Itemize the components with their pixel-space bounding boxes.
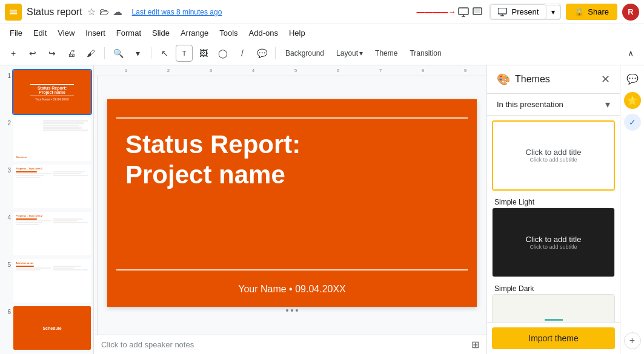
cloud-icon[interactable]: ☁ bbox=[113, 6, 122, 18]
menu-format[interactable]: Format bbox=[111, 27, 146, 39]
theme-preview-dark: Click to add title Click to add subtitle bbox=[493, 208, 614, 277]
toolbar-shapes-btn[interactable]: ◯ bbox=[214, 45, 231, 62]
present-dropdown-button[interactable]: ▾ bbox=[546, 5, 560, 19]
slide-num-2: 2 bbox=[2, 117, 11, 126]
star-icon[interactable]: ☆ bbox=[87, 6, 96, 18]
slide-img-6: Schedule bbox=[13, 306, 91, 350]
slide-img-3: Progress - Topic area 1 bbox=[13, 165, 91, 208]
theme-dark-subtitle: Click to add subtitle bbox=[529, 244, 577, 250]
slide-num-1: 1 bbox=[2, 70, 11, 79]
svg-rect-1 bbox=[10, 10, 17, 11]
menu-slide[interactable]: Slide bbox=[147, 27, 174, 39]
desktop-icon bbox=[473, 7, 485, 17]
toolbar-zoom-btn[interactable]: 🔍 bbox=[110, 45, 127, 62]
slide-line-bottom bbox=[116, 269, 468, 270]
theme-card-simple-dark[interactable]: Click to add title Click to add subtitle bbox=[492, 208, 615, 277]
streamline-accent bbox=[545, 319, 563, 321]
main-content: 1 Status Report:Project name Your Name •… bbox=[0, 65, 644, 354]
slide-thumb-2[interactable]: 2 Overview bbox=[2, 117, 91, 161]
svg-rect-9 bbox=[498, 8, 506, 14]
toolbar-image-btn[interactable]: 🖼 bbox=[195, 45, 212, 62]
toolbar-zoom-dropdown[interactable]: ▾ bbox=[129, 45, 146, 62]
toolbar-print-btn[interactable]: 🖨 bbox=[63, 45, 80, 62]
slide-footer: Your Name • 09.04.20XX bbox=[107, 284, 477, 295]
notes-expand-icon[interactable]: ⊞ bbox=[471, 339, 479, 350]
theme-dark-title: Click to add title bbox=[526, 235, 582, 244]
slide-line-top bbox=[116, 117, 468, 119]
themes-close-button[interactable]: ✕ bbox=[601, 73, 610, 86]
menu-view[interactable]: View bbox=[53, 27, 79, 39]
speaker-notes: Click to add speaker notes ⊞ bbox=[94, 335, 486, 354]
right-actions-panel: 💬 ⭐ ✓ + bbox=[620, 65, 644, 354]
ruler-content: Status Report: Project name Your Name • … bbox=[94, 76, 486, 335]
top-bar: Status report ☆ 🗁 ☁ Last edit was 8 minu… bbox=[0, 0, 644, 24]
menu-help[interactable]: Help bbox=[284, 27, 310, 39]
toolbar-theme-btn[interactable]: Theme bbox=[370, 47, 402, 60]
toolbar-paintformat-btn[interactable]: 🖌 bbox=[82, 45, 99, 62]
main-slide[interactable]: Status Report: Project name Your Name • … bbox=[107, 99, 477, 307]
theme-card-streamline[interactable]: Click to add title Click to add subtitle bbox=[492, 294, 615, 322]
toolbar-background-btn[interactable]: Background bbox=[281, 47, 329, 60]
import-theme-button[interactable]: Import theme bbox=[492, 327, 615, 349]
monitor-icon bbox=[458, 7, 470, 17]
themes-title: Themes bbox=[515, 74, 596, 85]
canvas-area: 1 2 3 4 5 6 7 8 9 Sta bbox=[94, 65, 486, 354]
theme-card-simple-light[interactable]: Click to add title Click to add subtitle bbox=[492, 120, 615, 191]
toolbar-sep1 bbox=[104, 47, 105, 59]
themes-dropdown[interactable]: In this presentation ▾ bbox=[487, 94, 620, 116]
slide-thumb-6[interactable]: 6 Schedule bbox=[2, 306, 91, 350]
menu-tools[interactable]: Tools bbox=[214, 27, 242, 39]
last-edit[interactable]: Last edit was 8 minutes ago bbox=[132, 8, 222, 16]
themes-dropdown-chevron: ▾ bbox=[605, 99, 610, 110]
present-label: Present bbox=[511, 7, 539, 16]
user-avatar[interactable]: R bbox=[622, 4, 639, 21]
app-icon bbox=[5, 4, 22, 21]
slide-img-5: Attention areas bbox=[13, 259, 91, 303]
comment-action-btn[interactable]: 💬 bbox=[624, 70, 641, 87]
arrow-indicator: ————→ bbox=[416, 7, 485, 17]
slide-title-line1: Status Report: Project name bbox=[125, 129, 459, 191]
toolbar-collapse-btn[interactable]: ∧ bbox=[622, 45, 639, 62]
toolbar-comment-btn[interactable]: 💬 bbox=[253, 45, 270, 62]
slide-num-3: 3 bbox=[2, 165, 11, 174]
menu-file[interactable]: File bbox=[5, 27, 27, 39]
doc-title: Status report bbox=[27, 7, 82, 18]
folder-icon[interactable]: 🗁 bbox=[99, 7, 109, 18]
menu-edit[interactable]: Edit bbox=[28, 27, 51, 39]
ruler-horizontal: 1 2 3 4 5 6 7 8 9 bbox=[94, 65, 486, 76]
svg-rect-4 bbox=[459, 8, 468, 15]
menu-arrange[interactable]: Arrange bbox=[176, 27, 213, 39]
toolbar-add-btn[interactable]: + bbox=[5, 45, 22, 62]
themes-list: Click to add title Click to add subtitle… bbox=[487, 116, 620, 322]
check-action-btn[interactable]: ✓ bbox=[624, 114, 641, 131]
menu-addons[interactable]: Add-ons bbox=[244, 27, 283, 39]
toolbar-redo-btn[interactable]: ↪ bbox=[44, 45, 61, 62]
slide-title-area: Status Report: Project name bbox=[125, 129, 459, 191]
add-action-btn[interactable]: + bbox=[624, 332, 641, 349]
toolbar-layout-btn[interactable]: Layout ▾ bbox=[331, 47, 368, 60]
slide-num-5: 5 bbox=[2, 259, 11, 268]
menu-insert[interactable]: Insert bbox=[81, 27, 110, 39]
present-group: Present ▾ bbox=[490, 4, 561, 20]
slide-panel: 1 Status Report:Project name Your Name •… bbox=[0, 65, 94, 354]
theme-preview-streamline: Click to add title Click to add subtitle bbox=[493, 295, 614, 322]
layout-dropdown-icon: ▾ bbox=[359, 49, 363, 57]
slide-num-4: 4 bbox=[2, 212, 11, 221]
lock-icon: 🔒 bbox=[574, 7, 584, 16]
present-button[interactable]: Present bbox=[490, 4, 546, 19]
slide-thumb-5[interactable]: 5 Attention areas bbox=[2, 259, 91, 303]
toolbar-textbox-btn[interactable]: T bbox=[176, 45, 193, 62]
slide-thumb-4[interactable]: 4 Progress - Topic area 2 bbox=[2, 212, 91, 255]
share-button[interactable]: 🔒 Share bbox=[566, 4, 617, 20]
speaker-notes-placeholder[interactable]: Click to add speaker notes bbox=[101, 340, 194, 349]
star-action-btn[interactable]: ⭐ bbox=[624, 92, 641, 109]
theme-preview-light: Click to add title Click to add subtitle bbox=[493, 122, 614, 189]
slide-thumb-1[interactable]: 1 Status Report:Project name Your Name •… bbox=[2, 70, 91, 114]
slide-thumb-3[interactable]: 3 Progress - Topic area 1 bbox=[2, 165, 91, 208]
theme-name-simple-light: Simple Light bbox=[492, 195, 615, 208]
toolbar-undo-btn[interactable]: ↩ bbox=[24, 45, 41, 62]
toolbar-cursor-btn[interactable]: ↖ bbox=[156, 45, 173, 62]
svg-rect-8 bbox=[474, 9, 480, 13]
toolbar-line-btn[interactable]: / bbox=[234, 45, 251, 62]
toolbar-transition-btn[interactable]: Transition bbox=[405, 47, 446, 60]
